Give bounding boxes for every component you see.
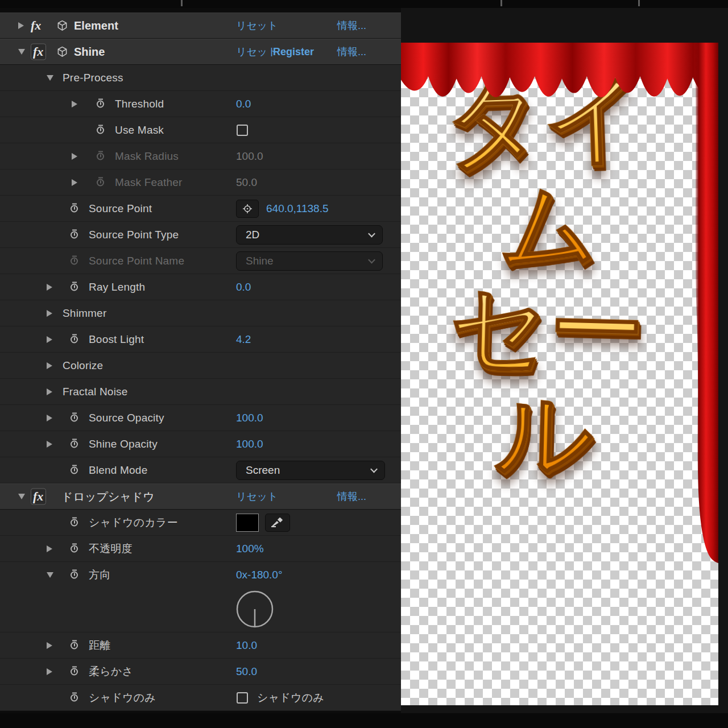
stopwatch-icon[interactable] (71, 205, 78, 212)
source-point-type-dropdown[interactable]: 2D (236, 225, 383, 245)
shadow-only-checkbox[interactable] (237, 692, 248, 704)
property-value[interactable]: 640.0,1138.5 (266, 202, 329, 215)
stopwatch-icon[interactable] (71, 642, 78, 649)
property-row-boost-light: Boost Light 4.2 (0, 326, 401, 353)
divider-tick (181, 0, 183, 6)
property-row-ray-length: Ray Length 0.0 (0, 274, 401, 300)
property-label: Mask Radius (115, 150, 179, 163)
twirl-down-icon[interactable] (47, 572, 53, 578)
group-label: Shimmer (63, 307, 106, 320)
use-mask-checkbox[interactable] (237, 125, 248, 136)
twirl-right-icon[interactable] (47, 668, 52, 675)
twirl-right-icon[interactable] (47, 284, 52, 291)
property-row-shine-opacity: Shine Opacity 100.0 (0, 431, 401, 457)
twirl-right-icon[interactable] (47, 310, 52, 317)
group-label: Pre-Process (63, 72, 123, 84)
property-value[interactable]: 100.0 (236, 438, 263, 450)
fx-badge-icon[interactable]: fx (31, 44, 46, 60)
reset-button[interactable]: リセット (236, 45, 278, 59)
property-row-mask-radius: Mask Radius 100.0 (0, 143, 401, 169)
stopwatch-icon (97, 152, 104, 160)
direction-dial[interactable] (235, 589, 275, 629)
twirl-right-icon[interactable] (72, 153, 77, 160)
property-value[interactable]: 0.0 (236, 98, 251, 110)
property-value[interactable]: 0.0 (236, 281, 251, 293)
property-label: Mask Feather (115, 176, 183, 189)
stopwatch-icon[interactable] (71, 231, 78, 238)
stopwatch-icon[interactable] (71, 336, 78, 343)
property-label: 距離 (89, 638, 110, 653)
effect-header-drop-shadow: fx ドロップシャドウ リセット 情報... (0, 483, 401, 510)
register-button[interactable]: Register (273, 46, 314, 58)
twirl-down-icon[interactable] (18, 494, 25, 499)
twirl-right-icon[interactable] (72, 179, 77, 186)
stopwatch-icon[interactable] (71, 545, 78, 552)
property-label: Threshold (115, 98, 164, 110)
point-picker-button[interactable] (236, 200, 259, 218)
eyedropper-icon (271, 518, 284, 528)
property-value[interactable]: 100.0 (236, 412, 263, 424)
stopwatch-icon[interactable] (71, 466, 78, 474)
blend-mode-dropdown[interactable]: Screen (236, 461, 385, 480)
divider-tick (638, 0, 640, 6)
twirl-right-icon[interactable] (47, 415, 52, 421)
property-label: Shine Opacity (89, 438, 158, 450)
stopwatch-icon[interactable] (97, 126, 104, 134)
twirl-down-icon[interactable] (47, 75, 53, 81)
property-value[interactable]: 100% (236, 543, 264, 555)
reset-button[interactable]: リセット (236, 490, 278, 503)
property-label: 不透明度 (89, 541, 133, 556)
stopwatch-icon[interactable] (71, 668, 78, 675)
fx-badge-icon[interactable]: fx (31, 489, 46, 505)
composition-canvas[interactable]: タイム セール (401, 43, 718, 705)
property-value[interactable]: 4.2 (236, 333, 251, 346)
property-label: Source Point (89, 202, 152, 215)
artwork-line-2: セール (401, 272, 695, 490)
direction-dial-row (0, 588, 401, 632)
stopwatch-icon[interactable] (71, 519, 78, 526)
reset-button[interactable]: リセット (236, 19, 278, 32)
effect-cube-icon (57, 20, 68, 31)
fx-badge-icon[interactable]: fx (31, 19, 41, 32)
stopwatch-icon[interactable] (97, 100, 104, 107)
twirl-right-icon[interactable] (18, 22, 24, 29)
twirl-right-icon[interactable] (47, 642, 52, 649)
property-row-threshold: Threshold 0.0 (0, 91, 401, 117)
eyedropper-button[interactable] (265, 514, 290, 532)
group-label: Colorize (63, 359, 103, 372)
property-row-use-mask: Use Mask (0, 117, 401, 143)
property-value[interactable]: 50.0 (236, 665, 257, 678)
group-row-pre-process: Pre-Process (0, 65, 401, 91)
bottom-strip (0, 713, 728, 728)
twirl-right-icon[interactable] (47, 441, 52, 448)
info-button[interactable]: 情報... (337, 19, 366, 32)
stopwatch-icon[interactable] (71, 414, 78, 421)
chevron-down-icon (370, 465, 378, 473)
property-row-mask-feather: Mask Feather 50.0 (0, 169, 401, 196)
stopwatch-icon[interactable] (71, 440, 78, 448)
twirl-right-icon[interactable] (47, 362, 52, 369)
twirl-right-icon[interactable] (47, 388, 52, 395)
twirl-down-icon[interactable] (18, 49, 25, 55)
property-label: Use Mask (115, 124, 164, 136)
shadow-color-swatch[interactable] (236, 514, 259, 532)
group-row-fractal-noise: Fractal Noise (0, 379, 401, 405)
info-button[interactable]: 情報... (337, 45, 366, 59)
twirl-right-icon[interactable] (47, 545, 52, 552)
property-value[interactable]: 10.0 (236, 639, 257, 652)
stopwatch-icon[interactable] (71, 283, 78, 291)
stopwatch-icon[interactable] (71, 694, 78, 701)
stopwatch-icon[interactable] (71, 572, 78, 579)
twirl-right-icon[interactable] (72, 101, 77, 107)
property-label: Boost Light (89, 333, 144, 346)
property-row-direction: 方向 0x-180.0° (0, 562, 401, 588)
property-label: Source Point Name (89, 255, 184, 267)
curtain-right-graphic (689, 43, 718, 565)
property-row-shadow-opacity: 不透明度 100% (0, 536, 401, 562)
property-label: Source Opacity (89, 412, 164, 424)
property-value[interactable]: 0x-180.0° (236, 569, 283, 581)
twirl-right-icon[interactable] (47, 336, 52, 343)
property-row-source-opacity: Source Opacity 100.0 (0, 405, 401, 431)
info-button[interactable]: 情報... (337, 490, 366, 503)
property-row-source-point-name: Source Point Name Shine (0, 248, 401, 274)
